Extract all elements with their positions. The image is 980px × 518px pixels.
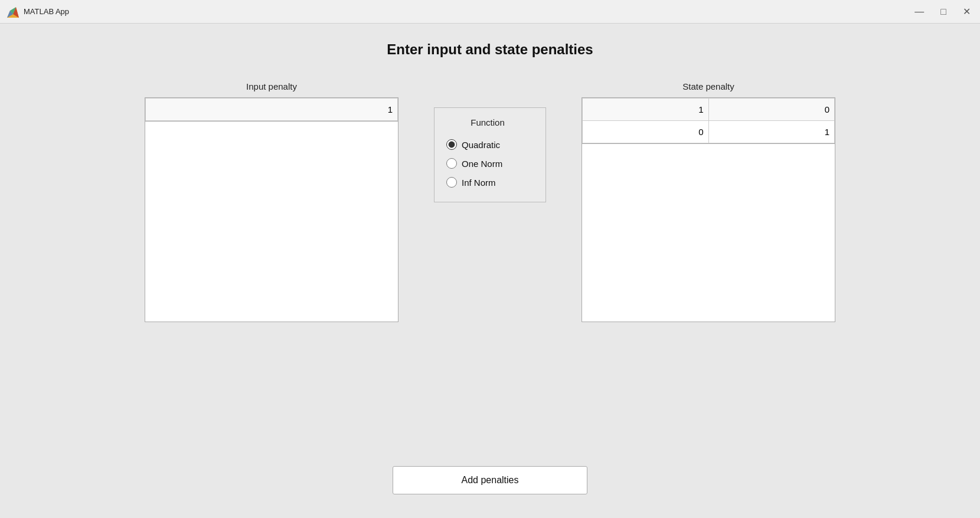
state-table-body — [582, 144, 835, 322]
maximize-button[interactable]: □ — [938, 7, 949, 17]
radio-one-norm[interactable]: One Norm — [446, 158, 502, 169]
input-table-top: 1 — [145, 97, 398, 122]
minimize-button[interactable]: — — [912, 7, 926, 17]
radio-quadratic[interactable]: Quadratic — [446, 139, 502, 150]
main-content: Enter input and state penalties Input pe… — [0, 24, 980, 518]
state-cell-1-1[interactable]: 1 — [708, 121, 835, 143]
input-table-body — [145, 122, 398, 322]
state-cell-1-0[interactable]: 0 — [583, 121, 709, 143]
close-button[interactable]: ✕ — [961, 7, 973, 17]
radio-inf-norm-label: Inf Norm — [462, 178, 496, 188]
radio-one-norm-input[interactable] — [446, 158, 457, 169]
title-bar-left: MATLAB App — [7, 6, 69, 18]
function-panel: Function Quadratic One Norm Inf Norm — [434, 107, 546, 202]
input-cell-0-0[interactable]: 1 — [146, 99, 398, 121]
title-bar-controls: — □ ✕ — [912, 7, 973, 17]
radio-one-norm-label: One Norm — [462, 159, 502, 169]
input-penalty-label: Input penalty — [246, 81, 297, 91]
add-penalties-button[interactable]: Add penalties — [393, 466, 587, 494]
title-bar: MATLAB App — □ ✕ — [0, 0, 980, 24]
radio-inf-norm-input[interactable] — [446, 177, 457, 188]
state-cell-0-1[interactable]: 0 — [708, 99, 835, 121]
matlab-logo-icon — [7, 6, 19, 18]
app-title: MATLAB App — [24, 7, 69, 16]
radio-quadratic-input[interactable] — [446, 139, 457, 150]
bottom-row: Add penalties — [393, 466, 587, 494]
radio-inf-norm[interactable]: Inf Norm — [446, 177, 502, 188]
page-title: Enter input and state penalties — [387, 41, 593, 58]
state-cell-0-0[interactable]: 1 — [583, 99, 709, 121]
input-penalty-table-wrapper: 1 — [145, 97, 398, 322]
state-table-top: 1 0 0 1 — [582, 97, 835, 144]
radio-group: Quadratic One Norm Inf Norm — [446, 139, 502, 188]
state-penalty-table-wrapper: 1 0 0 1 — [582, 97, 835, 322]
panels-row: Input penalty 1 Function Quadratic — [35, 81, 945, 445]
input-penalty-section: Input penalty 1 — [145, 81, 398, 322]
state-penalty-section: State penalty 1 0 0 1 — [582, 81, 835, 322]
function-panel-title: Function — [471, 117, 505, 127]
state-penalty-label: State penalty — [682, 81, 734, 91]
radio-quadratic-label: Quadratic — [462, 140, 500, 150]
